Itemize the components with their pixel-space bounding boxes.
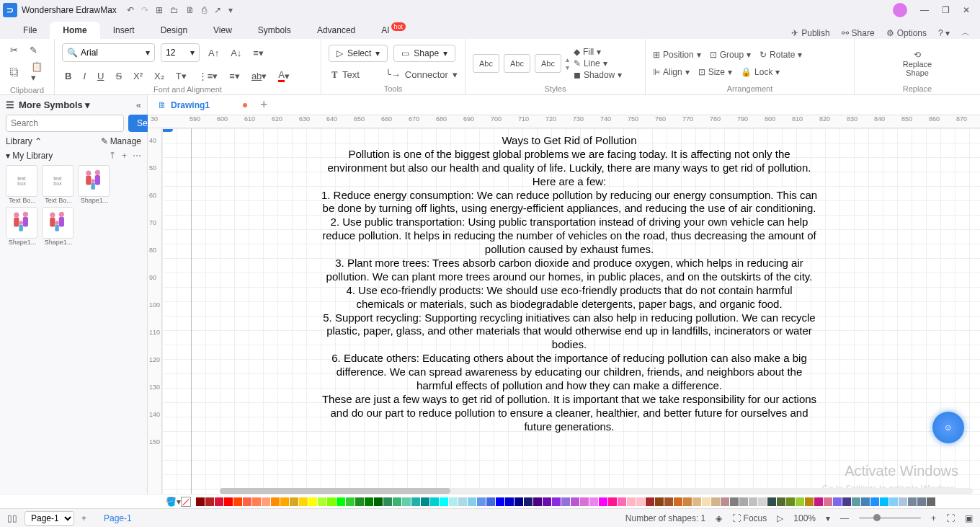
bullets-icon[interactable]: ⋮≡▾ — [195, 69, 221, 83]
open-icon[interactable]: 🗀 — [170, 5, 179, 15]
library-more-icon[interactable]: ⋯ — [133, 151, 141, 161]
fullscreen-icon[interactable]: ▣ — [965, 513, 973, 523]
layers-icon[interactable]: ◈ — [716, 513, 722, 523]
page-label[interactable]: Page-1 — [104, 513, 132, 523]
document-text-block[interactable]: Ways to Get Rid of Pollution Pollution i… — [321, 134, 818, 434]
color-swatch[interactable] — [280, 497, 289, 506]
color-swatch[interactable] — [824, 497, 832, 506]
color-swatch[interactable] — [889, 497, 898, 506]
color-swatch[interactable] — [777, 497, 785, 506]
styles-up-icon[interactable]: ▴ — [566, 56, 569, 63]
color-swatch[interactable] — [880, 497, 888, 506]
line-button[interactable]: ✎ Line▾ — [574, 58, 622, 68]
color-swatch[interactable] — [299, 497, 308, 506]
position-button[interactable]: ⊞ Position▾ — [653, 50, 701, 60]
rotate-button[interactable]: ↻ Rotate▾ — [760, 50, 802, 60]
color-swatch[interactable] — [655, 497, 664, 506]
size-button[interactable]: ⊡ Size▾ — [698, 67, 732, 77]
share-button[interactable]: ⚯ Share — [842, 28, 875, 38]
options-button[interactable]: ⚙ Options — [886, 28, 927, 38]
color-swatch[interactable] — [224, 497, 233, 506]
color-swatch[interactable] — [290, 497, 298, 506]
color-swatch[interactable] — [337, 497, 345, 506]
new-icon[interactable]: ⊞ — [156, 5, 163, 15]
copy-icon[interactable]: ⿻ — [7, 66, 22, 79]
more-symbols-dropdown[interactable]: More Symbols ▾ — [19, 99, 90, 110]
minimize-icon[interactable]: — — [920, 5, 929, 15]
redo-icon[interactable]: ↷ — [141, 5, 148, 15]
color-swatch[interactable] — [477, 497, 486, 506]
publish-button[interactable]: ✈ Publish — [791, 28, 829, 38]
color-swatch[interactable] — [449, 497, 458, 506]
color-swatch[interactable] — [243, 497, 251, 506]
maximize-icon[interactable]: ❐ — [942, 5, 950, 15]
color-swatch[interactable] — [271, 497, 280, 506]
group-button[interactable]: ⊡ Group▾ — [710, 50, 751, 60]
align-menu-icon[interactable]: ≡▾ — [250, 46, 267, 60]
font-family-input[interactable] — [81, 48, 146, 58]
font-size-input[interactable] — [166, 48, 190, 58]
color-swatch[interactable] — [308, 497, 317, 506]
save-icon[interactable]: 🗎 — [186, 5, 195, 15]
color-swatch[interactable] — [721, 497, 729, 506]
paste-icon[interactable]: 📋▾ — [28, 60, 47, 84]
menu-insert[interactable]: Insert — [100, 22, 148, 39]
superscript-icon[interactable]: X² — [130, 69, 146, 83]
collapse-ribbon-icon[interactable]: ︿ — [961, 27, 970, 39]
color-swatch[interactable] — [346, 497, 355, 506]
library-import-icon[interactable]: ⤒ — [109, 151, 116, 161]
color-swatch[interactable] — [486, 497, 495, 506]
increase-font-icon[interactable]: A↑ — [205, 46, 222, 60]
color-swatch[interactable] — [365, 497, 373, 506]
color-swatch[interactable] — [496, 497, 504, 506]
export-icon[interactable]: ↗ — [214, 5, 221, 15]
page-list-icon[interactable]: ▯▯ — [7, 513, 17, 523]
zoom-slider[interactable] — [859, 517, 921, 519]
page-select[interactable]: Page-1 — [24, 511, 74, 526]
color-swatch[interactable] — [252, 497, 261, 506]
print-icon[interactable]: ⎙ — [202, 5, 207, 15]
menu-ai[interactable]: AIhot — [368, 22, 419, 39]
style-chip-3[interactable]: Abc — [535, 54, 561, 73]
library-dropdown[interactable]: Library ⌃ — [6, 136, 42, 146]
color-swatch[interactable] — [318, 497, 326, 506]
color-swatch[interactable] — [262, 497, 270, 506]
color-swatch[interactable] — [833, 497, 842, 506]
color-swatch[interactable] — [636, 497, 645, 506]
add-tab-button[interactable]: + — [260, 97, 268, 112]
presentation-icon[interactable]: ▷ — [777, 513, 783, 523]
case-icon[interactable]: T▾ — [173, 69, 190, 83]
color-swatch[interactable] — [383, 497, 392, 506]
color-swatch[interactable] — [842, 497, 851, 506]
color-swatch[interactable] — [749, 497, 757, 506]
color-swatch[interactable] — [327, 497, 336, 506]
shape-library-item[interactable]: Shape1... — [78, 165, 111, 204]
connector-tool-button[interactable]: ╰→ Connector ▾ — [383, 68, 460, 81]
user-avatar-icon[interactable] — [893, 3, 907, 17]
color-swatch[interactable] — [571, 497, 579, 506]
italic-icon[interactable]: I — [80, 69, 89, 83]
font-size-combo[interactable]: ▾ — [161, 43, 200, 62]
color-swatch[interactable] — [646, 497, 654, 506]
library-add-icon[interactable]: + — [122, 151, 127, 161]
color-swatch[interactable] — [561, 497, 570, 506]
shadow-button[interactable]: ◼ Shadow▾ — [574, 70, 622, 80]
highlight-icon[interactable]: ab▾ — [249, 69, 270, 83]
add-page-button[interactable]: + — [81, 513, 86, 523]
style-chip-2[interactable]: Abc — [504, 54, 530, 73]
color-swatch[interactable] — [814, 497, 823, 506]
replace-shape-button[interactable]: ⟲ Replace Shape — [903, 50, 932, 77]
color-swatch[interactable] — [468, 497, 476, 506]
shape-tool-button[interactable]: ▭ Shape ▾ — [393, 45, 455, 62]
bold-icon[interactable]: B — [62, 69, 74, 83]
shape-library-item[interactable]: Shape1... — [42, 207, 75, 246]
shape-library-item[interactable]: Shape1... — [6, 207, 39, 246]
color-swatch[interactable] — [917, 497, 926, 506]
zoom-dropdown-icon[interactable]: ▾ — [826, 513, 830, 523]
focus-button[interactable]: ⛶ Focus — [732, 513, 767, 523]
color-swatch[interactable] — [730, 497, 739, 506]
paint-bucket-icon[interactable]: 🪣▾ — [166, 497, 181, 507]
styles-down-icon[interactable]: ▾ — [566, 63, 569, 71]
color-swatch[interactable] — [908, 497, 917, 506]
color-swatch[interactable] — [599, 497, 607, 506]
